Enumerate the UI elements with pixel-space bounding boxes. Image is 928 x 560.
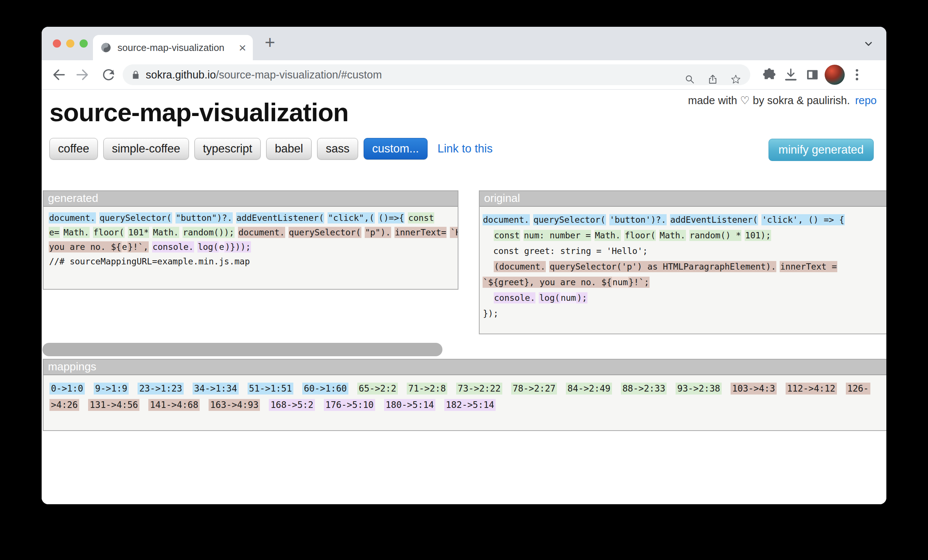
horizontal-scrollbar-thumb[interactable] [43,343,443,356]
code-token: Math. [659,230,685,241]
generated-code: document.querySelector("button")?.addEve… [44,207,458,289]
code-line: }); [482,306,886,321]
code-token: log( [539,292,560,304]
example-button-sass[interactable]: sass [317,138,358,160]
browser-menu-kebab-icon[interactable] [850,67,864,82]
code-line: console.log(num); [482,290,886,306]
reload-icon[interactable] [101,67,116,82]
code-token: const greet: string = 'Hello'; [482,246,648,256]
code-token[interactable]: 78->2:27 [511,383,557,395]
profile-avatar[interactable] [825,65,845,85]
credit-line: made with ♡ by sokra & paulirish.repo [688,94,877,107]
code-token: }!`, [128,241,149,252]
example-button-simple-coffee[interactable]: simple-coffee [103,138,189,160]
share-icon[interactable] [708,74,717,84]
code-token[interactable]: 23->1:23 [137,383,184,395]
code-token[interactable]: 141->4:68 [148,399,200,411]
tab-close-icon[interactable]: × [239,41,246,54]
code-token: ()=>{ [378,212,404,223]
back-icon[interactable] [50,67,66,82]
code-token: log( [197,241,218,252]
secure-lock-icon[interactable] [131,69,140,80]
code-token[interactable]: 73->2:22 [456,383,502,395]
url-domain: sokra.github.io [146,69,216,81]
code-line: constnum: number =Math.floor(Math.random… [482,227,886,243]
code-token[interactable]: 182->5:14 [444,399,496,411]
code-line: e=Math.floor(101*Math.random());document… [49,225,458,240]
example-button-row: coffeesimple-coffeetypescriptbabelsasscu… [49,138,493,160]
download-icon[interactable] [783,67,798,82]
url-text: sokra.github.io/source-map-visualization… [146,69,382,81]
code-token: Math. [594,230,621,241]
code-token: addEventListener( [670,214,758,225]
code-token[interactable]: 103->4:3 [731,383,777,395]
code-token: querySelector( [288,227,362,238]
original-panel-header: original [479,191,886,207]
bookmark-star-icon[interactable] [731,74,740,84]
code-line: //# sourceMappingURL=example.min.js.map [49,254,458,269]
example-button-coffee[interactable]: coffee [49,138,98,160]
minify-generated-button[interactable]: minify generated [768,139,874,161]
code-token: floor( [93,227,125,238]
repo-link[interactable]: repo [855,95,877,106]
code-token: //# sourceMappingURL=example.min.js.map [49,256,250,267]
code-token[interactable]: 176->5:10 [324,399,375,411]
window-close-button[interactable] [53,40,61,47]
code-line: document.querySelector('button')?.addEve… [482,212,886,227]
code-token: num [560,292,577,304]
code-line: 0->1:09->1:923->1:2334->1:3451->1:5160->… [49,380,886,397]
side-panel-icon[interactable] [805,67,820,82]
browser-window: source-map-visualization × + sokra.githu… [42,27,886,504]
example-button-babel[interactable]: babel [266,138,311,160]
original-code: document.querySelector('button')?.addEve… [479,207,886,334]
tab-strip: source-map-visualization × + [42,27,886,60]
example-button-custom[interactable]: custom... [363,138,427,160]
code-token[interactable]: 112->4:12 [786,383,837,395]
code-token: num: number = [524,230,591,241]
code-token[interactable]: 93->2:38 [676,383,722,395]
code-token[interactable]: 163->4:93 [209,399,260,411]
code-token: document. [49,212,96,223]
new-tab-button[interactable]: + [265,32,275,52]
code-token: innerText= [394,227,447,238]
code-token: querySelector('p') as HTMLParagraphEleme… [549,261,776,272]
example-button-typescript[interactable]: typescript [194,138,261,160]
extensions-puzzle-icon[interactable] [762,67,777,82]
code-line: `${greet}, you are no. ${num}!`; [482,275,886,290]
code-token[interactable]: >4:26 [49,399,79,411]
code-token[interactable]: 9->1:9 [94,383,129,395]
code-token: e [122,241,128,252]
code-token: random() * [689,230,741,241]
code-token[interactable]: 65->2:2 [357,383,398,395]
code-line: const greet: string = 'Hello'; [482,243,886,259]
code-token: )})); [224,241,251,252]
code-token: }); [482,308,499,319]
code-token[interactable]: 34->1:34 [192,383,239,395]
code-token[interactable]: 0->1:0 [49,383,85,395]
tab-search-chevron-icon[interactable] [862,37,875,50]
code-token[interactable]: 60->1:60 [302,383,348,395]
original-panel: original document.querySelector('button'… [479,191,886,334]
code-token: 101); [745,230,771,241]
code-token[interactable]: 51->1:51 [247,383,294,395]
generated-panel-header: generated [44,191,458,207]
code-token[interactable]: 84->2:49 [566,383,612,395]
address-bar[interactable]: sokra.github.io/source-map-visualization… [123,64,750,85]
code-token[interactable]: 126- [846,383,870,395]
code-token: 101* [128,227,149,238]
window-zoom-button[interactable] [79,40,88,47]
code-token[interactable]: 168->5:2 [269,399,315,411]
code-token: querySelector( [533,214,606,225]
window-minimize-button[interactable] [66,40,74,47]
code-token[interactable]: 180->5:14 [384,399,435,411]
favicon-globe-icon [101,42,111,53]
code-token[interactable]: 71->2:8 [407,383,447,395]
code-token[interactable]: 131->4:56 [88,399,139,411]
mappings-list: 0->1:09->1:923->1:2334->1:3451->1:5160->… [44,375,886,430]
code-token: ); [576,292,588,304]
code-token[interactable]: 88->2:33 [621,383,667,395]
forward-icon[interactable] [76,67,91,82]
link-to-this[interactable]: Link to this [438,142,493,156]
search-icon[interactable] [685,74,694,84]
browser-tab[interactable]: source-map-visualization × [93,35,253,60]
